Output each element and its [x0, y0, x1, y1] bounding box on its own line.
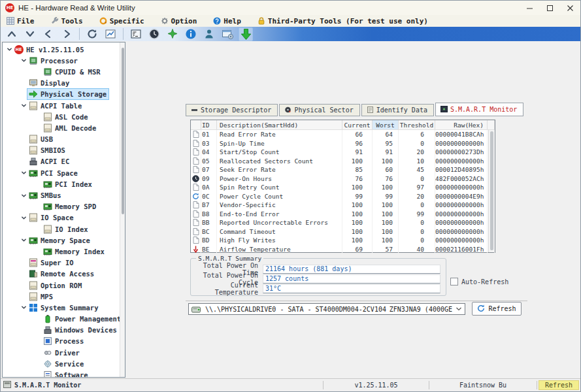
- menu-tools[interactable]: Tools: [51, 17, 83, 25]
- attribute-row[interactable]: BEAirflow Temperature69574000002116001Fh: [191, 245, 495, 254]
- sidebar-item-software[interactable]: Software: [3, 369, 119, 378]
- tree-expand-icon[interactable]: [20, 193, 27, 199]
- sidebar-item-system-summary[interactable]: System Summary: [3, 302, 119, 313]
- tab-physical-sector[interactable]: Physical Sector: [279, 104, 359, 116]
- tab-identify-data[interactable]: Identify Data: [361, 104, 434, 116]
- chevron-left-icon[interactable]: [41, 27, 56, 41]
- sidebar-item-physical-storage[interactable]: Physical Storage: [3, 89, 119, 100]
- table-scrollbar[interactable]: [488, 130, 495, 252]
- chevron-right-icon[interactable]: [59, 27, 74, 41]
- tree-item-body[interactable]: Software: [42, 370, 90, 378]
- sidebar-item-driver[interactable]: Driver: [3, 347, 119, 358]
- attribute-row[interactable]: 05Reallocated Sectors Count1001001000000…: [191, 157, 495, 166]
- minimize-button[interactable]: [520, 1, 540, 15]
- user-icon[interactable]: [202, 27, 216, 41]
- sidebar-item-power-management[interactable]: Power Management: [3, 314, 119, 325]
- tree-item-body[interactable]: Physical Storage: [27, 89, 108, 99]
- attribute-row[interactable]: BCCommand Timeout1001000000000000000h: [191, 227, 495, 237]
- sidebar-item-service[interactable]: Service: [3, 358, 119, 369]
- sidebar-item-super-io[interactable]: Super IO: [3, 257, 119, 269]
- sidebar-item-cpuid-msr[interactable]: CPUID & MSR: [3, 66, 119, 77]
- window-tool-icon[interactable]: [220, 27, 235, 41]
- tree-expand-icon[interactable]: [5, 46, 13, 52]
- tree-item-body[interactable]: Power Management: [42, 314, 123, 324]
- tree-scrollbar[interactable]: [120, 42, 125, 377]
- tree-expand-icon[interactable]: [20, 304, 27, 310]
- chevron-up-icon[interactable]: [5, 27, 19, 41]
- refresh-button[interactable]: Refresh: [472, 302, 522, 316]
- tree-item-body[interactable]: PCI Space: [27, 168, 80, 178]
- tree-scrollbar-thumb[interactable]: [122, 48, 124, 214]
- attribute-row[interactable]: B8End-to-End Error10010099000000000000h: [191, 210, 495, 219]
- sidebar-item-asl-code[interactable]: ASL Code: [3, 111, 119, 122]
- tree-item-body[interactable]: Memory SPD: [42, 201, 98, 212]
- summary-field[interactable]: 31°C: [263, 284, 440, 293]
- sidebar-item-usb[interactable]: USB: [3, 134, 119, 145]
- tree-expand-icon[interactable]: [20, 57, 27, 63]
- sidebar-item-he-v1-25-11-05[interactable]: HEHE v1.25.11.05: [3, 44, 119, 55]
- star-icon[interactable]: [165, 27, 180, 41]
- sidebar-item-windows-devices[interactable]: Windows Devices: [3, 325, 119, 336]
- tree-item-body[interactable]: HEHE v1.25.11.05: [13, 44, 86, 55]
- tree-item-body[interactable]: ASL Code: [42, 112, 90, 122]
- tree-item-body[interactable]: MPS: [27, 291, 55, 302]
- attribute-row[interactable]: 07Seek Error Rate856045000012D40895h: [191, 165, 495, 174]
- header-cell-description-smarthdd[interactable]: Description(SmartHdd): [217, 120, 342, 129]
- sidebar-item-aml-decode[interactable]: AML Decode: [3, 122, 119, 133]
- tree-item-body[interactable]: Memory Index: [42, 246, 107, 257]
- sidebar-item-mps[interactable]: MPS: [3, 291, 119, 302]
- tree-item-body[interactable]: PCI Index: [42, 179, 94, 189]
- sidebar-item-smbus[interactable]: SMBus: [3, 189, 119, 201]
- tree-expand-icon[interactable]: [20, 103, 27, 108]
- tree-item-body[interactable]: Service: [42, 359, 86, 369]
- attribute-row[interactable]: 03Spin-Up Time96950000000000000h: [191, 139, 495, 148]
- menu-option[interactable]: Option: [161, 17, 197, 25]
- sidebar-item-memory-spd[interactable]: Memory SPD: [3, 201, 119, 212]
- tree-item-body[interactable]: SMBus: [27, 190, 63, 201]
- tab-storage-descriptor[interactable]: Storage Descriptor: [186, 104, 278, 116]
- attribute-row[interactable]: BDHigh Fly Writes1001000000000000000h: [191, 236, 495, 245]
- hex-console-icon[interactable]: [129, 27, 143, 41]
- maximize-button[interactable]: [540, 1, 560, 15]
- header-cell-threshold[interactable]: Threshold: [399, 120, 435, 129]
- sidebar-item-process[interactable]: Process: [3, 336, 119, 347]
- clock-icon[interactable]: [147, 27, 161, 41]
- tree-item-body[interactable]: IO Space: [27, 212, 76, 223]
- attribute-row[interactable]: 09Power-On Hours76760482F000052ACh: [191, 174, 495, 184]
- table-scrollbar-thumb[interactable]: [490, 131, 493, 250]
- header-cell-current[interactable]: Current: [342, 120, 373, 129]
- sidebar-item-display[interactable]: Display: [3, 78, 119, 89]
- drive-selector[interactable]: \\.\PHYSICALDRIVE0 - SATA - ST4000DM004-…: [188, 303, 465, 315]
- menu-specific[interactable]: Specific: [99, 17, 144, 25]
- summary-field[interactable]: 21164 hours (881 days): [263, 265, 440, 274]
- attribute-row[interactable]: 04Start/Stop Count91912000000000273Dh: [191, 148, 495, 157]
- attribute-row[interactable]: BBReported Uncorrectable Errors100100000…: [191, 218, 495, 227]
- refresh-icon[interactable]: [85, 27, 99, 41]
- tree-expand-icon[interactable]: [20, 237, 27, 243]
- tree-item-body[interactable]: SMBIOS: [27, 145, 67, 155]
- tree-expand-icon[interactable]: [20, 215, 27, 221]
- header-cell-id[interactable]: ID: [201, 120, 217, 129]
- menu-file[interactable]: File: [7, 17, 35, 25]
- sidebar-item-option-rom[interactable]: Option ROM: [3, 280, 119, 291]
- tree-item-body[interactable]: ACPI Table: [27, 101, 84, 111]
- tree-item-body[interactable]: Process: [42, 336, 86, 346]
- sidebar-item-io-space[interactable]: IO Space: [3, 212, 119, 223]
- sidebar-item-smbios[interactable]: SMBIOS: [3, 145, 119, 156]
- status-refresh-badge[interactable]: Refresh: [539, 380, 579, 390]
- sidebar-item-pci-index[interactable]: PCI Index: [3, 178, 119, 189]
- chevron-down-icon[interactable]: [23, 27, 37, 41]
- tree-item-body[interactable]: Display: [27, 78, 71, 88]
- attribute-row[interactable]: B7Vendor-Specific1001000000000000000h: [191, 201, 495, 210]
- close-button[interactable]: [560, 1, 580, 15]
- header-cell-raw-hex[interactable]: Raw(Hex): [435, 120, 488, 129]
- menu-third-party[interactable]: Third-Party Tools (For test use only): [257, 17, 428, 25]
- menu-help[interactable]: Help: [213, 17, 241, 25]
- tree-item-body[interactable]: Processor: [27, 56, 80, 66]
- sidebar-item-io-index[interactable]: IO Index: [3, 223, 119, 235]
- sidebar-item-acpi-ec[interactable]: ACPI EC: [3, 156, 119, 167]
- tree-expand-icon[interactable]: [20, 170, 27, 176]
- tree-item-body[interactable]: AML Decode: [42, 123, 98, 133]
- chart-icon[interactable]: [103, 27, 118, 41]
- tree-item-body[interactable]: Super IO: [27, 257, 76, 268]
